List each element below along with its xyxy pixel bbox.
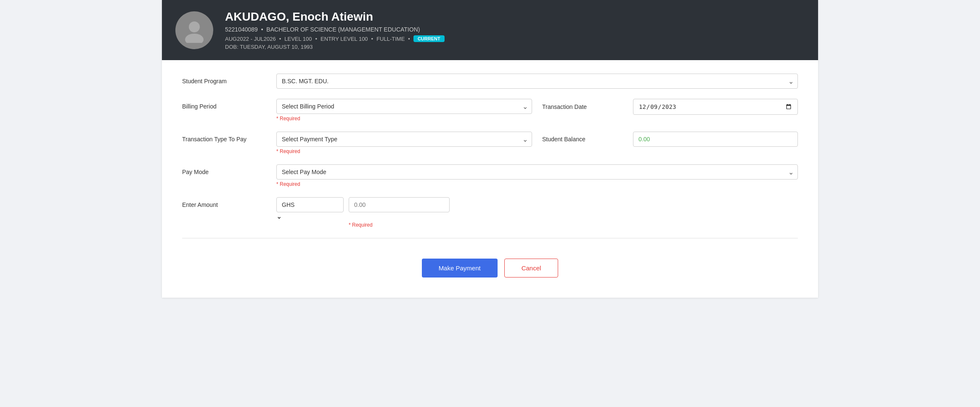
transaction-date-col: Transaction Date: [542, 99, 798, 122]
header-info: AKUDAGO, Enoch Atiewin 5221040089 • BACH…: [225, 10, 445, 50]
currency-select-wrapper[interactable]: GHS ⌄: [276, 197, 344, 220]
transaction-type-label: Transaction Type To Pay: [182, 132, 266, 143]
student-program-select[interactable]: B.SC. MGT. EDU.: [276, 74, 798, 89]
chevron-down-icon: ⌄: [276, 213, 282, 220]
billing-period-select-wrapper[interactable]: Select Billing Period ⌄: [276, 99, 532, 114]
amount-input-row: GHS ⌄: [276, 197, 798, 220]
payment-type-select-wrapper[interactable]: Select Payment Type ⌄: [276, 132, 532, 147]
student-program-label: Student Program: [182, 74, 266, 85]
make-payment-button[interactable]: Make Payment: [422, 259, 498, 278]
currency-select[interactable]: GHS: [276, 197, 344, 212]
button-row: Make Payment Cancel: [182, 252, 798, 278]
transaction-date-input[interactable]: [633, 99, 798, 115]
student-level: LEVEL 100: [284, 36, 312, 42]
student-dob: DOB: TUESDAY, AUGUST 10, 1993: [225, 44, 445, 50]
amount-row: Enter Amount GHS ⌄ * Required: [182, 197, 798, 228]
amount-required: * Required: [276, 222, 798, 228]
pay-mode-select[interactable]: Select Pay Mode: [276, 164, 798, 180]
student-program-detail: BACHELOR OF SCIENCE (MANAGEMENT EDUCATIO…: [266, 26, 420, 33]
entry-level: ENTRY LEVEL 100: [320, 36, 368, 42]
billing-transaction-row: Billing Period Select Billing Period ⌄ *…: [182, 99, 798, 122]
avatar-icon: [182, 18, 207, 43]
transaction-type-col: Select Payment Type ⌄ * Required: [276, 132, 532, 154]
billing-period-col: Select Billing Period ⌄ * Required: [276, 99, 532, 122]
transaction-type-required: * Required: [276, 148, 532, 154]
status-badge: CURRENT: [413, 35, 445, 42]
student-details: AUG2022 - JUL2026 • LEVEL 100 • ENTRY LE…: [225, 35, 445, 42]
billing-transaction-double: Select Billing Period ⌄ * Required Trans…: [276, 99, 798, 122]
svg-point-1: [185, 34, 204, 43]
billing-period-label: Billing Period: [182, 99, 266, 110]
transaction-date-label: Transaction Date: [542, 103, 626, 110]
study-period: AUG2022 - JUL2026: [225, 36, 276, 42]
student-program-select-wrapper[interactable]: B.SC. MGT. EDU. ⌄: [276, 74, 798, 89]
amount-number-wrapper: [349, 197, 450, 212]
form-divider: [182, 238, 798, 238]
avatar: [175, 11, 213, 49]
student-name: AKUDAGO, Enoch Atiewin: [225, 10, 445, 24]
student-balance-col: Student Balance: [542, 132, 798, 154]
transaction-type-double: Select Payment Type ⌄ * Required Student…: [276, 132, 798, 154]
pay-mode-select-wrapper[interactable]: Select Pay Mode ⌄: [276, 164, 798, 180]
payment-form: Student Program B.SC. MGT. EDU. ⌄ Billin…: [162, 60, 818, 298]
payment-type-select[interactable]: Select Payment Type: [276, 132, 532, 147]
student-id-program: 5221040089 • BACHELOR OF SCIENCE (MANAGE…: [225, 26, 445, 33]
pay-mode-required: * Required: [276, 181, 798, 187]
student-header: AKUDAGO, Enoch Atiewin 5221040089 • BACH…: [162, 0, 818, 60]
amount-input[interactable]: [349, 197, 450, 212]
billing-period-select[interactable]: Select Billing Period: [276, 99, 532, 114]
pay-mode-row: Pay Mode Select Pay Mode ⌄ * Required: [182, 164, 798, 187]
transaction-type-row: Transaction Type To Pay Select Payment T…: [182, 132, 798, 154]
cancel-button[interactable]: Cancel: [504, 259, 559, 278]
student-program-row: Student Program B.SC. MGT. EDU. ⌄: [182, 74, 798, 89]
student-balance-label: Student Balance: [542, 136, 626, 143]
study-mode: FULL-TIME: [376, 36, 405, 42]
pay-mode-label: Pay Mode: [182, 164, 266, 175]
billing-period-required: * Required: [276, 116, 532, 122]
student-program-field-group: B.SC. MGT. EDU. ⌄: [276, 74, 798, 89]
amount-field-group: GHS ⌄ * Required: [276, 197, 798, 228]
student-balance-field: [633, 132, 798, 147]
student-id: 5221040089: [225, 26, 258, 33]
amount-label: Enter Amount: [182, 197, 266, 208]
svg-point-0: [189, 21, 200, 32]
pay-mode-field-group: Select Pay Mode ⌄ * Required: [276, 164, 798, 187]
